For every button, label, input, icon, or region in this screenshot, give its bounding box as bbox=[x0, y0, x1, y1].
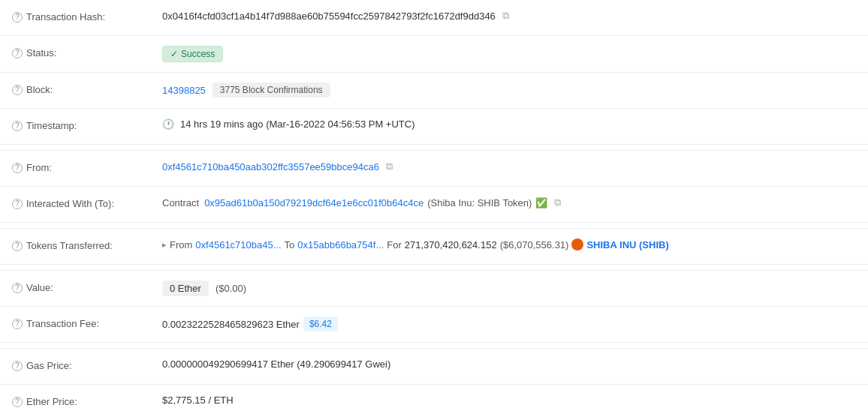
interacted-with-value: Contract 0x95ad61b0a150d79219dcf64e1e6cc… bbox=[162, 196, 856, 208]
gas-price-row: ? Gas Price: 0.000000049290699417 Ether … bbox=[0, 349, 868, 385]
ether-price-value: $2,775.15 / ETH bbox=[162, 394, 856, 406]
from-label-text: From: bbox=[26, 162, 52, 173]
tokens-transferred-label-text: Tokens Transferred: bbox=[26, 240, 113, 251]
value-label-text: Value: bbox=[26, 282, 53, 293]
value-help-icon[interactable]: ? bbox=[12, 283, 23, 293]
value-row: ? Value: 0 Ether ($0.00) bbox=[0, 271, 868, 307]
value-usd: ($0.00) bbox=[215, 283, 246, 294]
tokens-transferred-label: ? Tokens Transferred: bbox=[12, 238, 162, 251]
timestamp-label: ? Timestamp: bbox=[12, 118, 162, 131]
tokens-transferred-help-icon[interactable]: ? bbox=[12, 241, 23, 251]
block-number-link[interactable]: 14398825 bbox=[162, 85, 206, 96]
timestamp-row: ? Timestamp: 🕐 14 hrs 19 mins ago (Mar-1… bbox=[0, 109, 868, 145]
transaction-fee-label: ? Transaction Fee: bbox=[12, 316, 162, 329]
status-row: ? Status: ✓ Success bbox=[0, 36, 868, 73]
transaction-fee-value: 0.00232225284658​29623 Ether $6.42 bbox=[162, 316, 856, 332]
contract-address-link[interactable]: 0x95ad61b0a150d79219dcf64e1e6cc01f0b64c4… bbox=[204, 197, 423, 208]
token-transfer-details: ▸ From 0xf4561c710ba45... To 0x15abb66ba… bbox=[162, 238, 669, 250]
transaction-fee-usd-badge: $6.42 bbox=[303, 316, 338, 332]
token-from-prefix: From bbox=[170, 239, 192, 250]
spacer-2 bbox=[0, 223, 868, 229]
tokens-transferred-row: ? Tokens Transferred: ▸ From 0xf4561c710… bbox=[0, 229, 868, 265]
token-amount: 271,370,420,624.152 bbox=[405, 239, 497, 250]
from-label: ? From: bbox=[12, 160, 162, 173]
transaction-hash-copy-icon[interactable]: ⧉ bbox=[502, 10, 509, 22]
status-value: ✓ Success bbox=[162, 46, 856, 62]
token-to-address[interactable]: 0x15abb66ba754f... bbox=[297, 239, 384, 250]
token-from-address[interactable]: 0xf4561c710ba45... bbox=[195, 239, 281, 250]
clock-icon: 🕐 bbox=[162, 118, 174, 130]
shib-token-link[interactable]: SHIBA INU (SHIB) bbox=[586, 239, 668, 250]
timestamp-label-text: Timestamp: bbox=[26, 120, 77, 131]
status-help-icon[interactable]: ? bbox=[12, 48, 23, 58]
block-row: ? Block: 14398825 3775 Block Confirmatio… bbox=[0, 73, 868, 109]
ether-price-help-icon[interactable]: ? bbox=[12, 397, 23, 407]
from-address-link[interactable]: 0xf4561c710ba450aab302ffc3557ee59bbce94c… bbox=[162, 161, 379, 172]
confirmations-badge: 3775 Block Confirmations bbox=[212, 82, 330, 98]
timestamp-help-icon[interactable]: ? bbox=[12, 121, 23, 131]
value-value: 0 Ether ($0.00) bbox=[162, 280, 856, 296]
transaction-hash-text: 0x0416f4cfd03cf1a4b14f7d988ae60b75594fcc… bbox=[162, 10, 496, 22]
transaction-hash-label-text: Transaction Hash: bbox=[26, 11, 105, 22]
transaction-fee-help-icon[interactable]: ? bbox=[12, 319, 23, 329]
block-value: 14398825 3775 Block Confirmations bbox=[162, 82, 856, 98]
contract-prefix: Contract bbox=[162, 197, 199, 208]
tokens-transferred-value: ▸ From 0xf4561c710ba45... To 0x15abb66ba… bbox=[162, 238, 856, 250]
block-label: ? Block: bbox=[12, 82, 162, 95]
ether-price-text: $2,775.15 / ETH bbox=[162, 394, 234, 406]
from-copy-icon[interactable]: ⧉ bbox=[386, 160, 393, 172]
status-label: ? Status: bbox=[12, 46, 162, 58]
token-to-prefix: To bbox=[285, 239, 295, 250]
interacted-with-row: ? Interacted With (To): Contract 0x95ad6… bbox=[0, 187, 868, 223]
interacted-with-help-icon[interactable]: ? bbox=[12, 199, 23, 209]
gas-price-label-text: Gas Price: bbox=[26, 360, 72, 371]
from-row: ? From: 0xf4561c710ba450aab302ffc3557ee5… bbox=[0, 151, 868, 187]
contract-name: (Shiba Inu: SHIB Token) bbox=[427, 197, 532, 208]
status-badge: ✓ Success bbox=[162, 46, 223, 62]
from-value: 0xf4561c710ba450aab302ffc3557ee59bbce94c… bbox=[162, 160, 856, 172]
block-label-text: Block: bbox=[26, 84, 53, 95]
interacted-with-label-text: Interacted With (To): bbox=[26, 198, 114, 209]
status-label-text: Status: bbox=[26, 47, 56, 58]
transaction-fee-row: ? Transaction Fee: 0.00232225284658​2962… bbox=[0, 307, 868, 343]
ether-price-label: ? Ether Price: bbox=[12, 394, 162, 407]
timestamp-text: 14 hrs 19 mins ago (Mar-16-2022 04:56:53… bbox=[180, 118, 415, 130]
timestamp-value: 🕐 14 hrs 19 mins ago (Mar-16-2022 04:56:… bbox=[162, 118, 856, 130]
status-badge-text: Success bbox=[181, 49, 215, 59]
transaction-fee-amount: 0.00232225284658​29623 Ether bbox=[162, 319, 300, 330]
interacted-with-label: ? Interacted With (To): bbox=[12, 196, 162, 209]
gas-price-text: 0.000000049290699417 Ether (49.290699417… bbox=[162, 358, 390, 370]
gas-price-value: 0.000000049290699417 Ether (49.290699417… bbox=[162, 358, 856, 370]
token-usd-amount: ($6,070,556.31) bbox=[500, 239, 569, 250]
contract-copy-icon[interactable]: ⧉ bbox=[554, 196, 561, 208]
token-arrow-icon: ▸ bbox=[162, 240, 167, 250]
value-amount: 0 Ether bbox=[162, 280, 209, 296]
transaction-hash-label: ? Transaction Hash: bbox=[12, 10, 162, 22]
spacer-4 bbox=[0, 343, 868, 349]
from-help-icon[interactable]: ? bbox=[12, 163, 23, 173]
spacer-1 bbox=[0, 145, 868, 151]
spacer-3 bbox=[0, 265, 868, 271]
transaction-hash-help-icon[interactable]: ? bbox=[12, 12, 23, 22]
gas-price-help-icon[interactable]: ? bbox=[12, 361, 23, 371]
token-for-prefix: For bbox=[387, 239, 402, 250]
transaction-hash-value: 0x0416f4cfd03cf1a4b14f7d988ae60b75594fcc… bbox=[162, 10, 856, 22]
ether-price-label-text: Ether Price: bbox=[26, 396, 77, 407]
transaction-hash-row: ? Transaction Hash: 0x0416f4cfd03cf1a4b1… bbox=[0, 0, 868, 36]
gas-price-label: ? Gas Price: bbox=[12, 358, 162, 371]
verified-check-icon: ✅ bbox=[535, 197, 547, 208]
transaction-fee-label-text: Transaction Fee: bbox=[26, 318, 99, 329]
ether-price-row: ? Ether Price: $2,775.15 / ETH bbox=[0, 385, 868, 420]
block-help-icon[interactable]: ? bbox=[12, 85, 23, 95]
check-icon: ✓ bbox=[170, 49, 178, 59]
value-label: ? Value: bbox=[12, 280, 162, 293]
shib-token-icon bbox=[571, 238, 583, 250]
